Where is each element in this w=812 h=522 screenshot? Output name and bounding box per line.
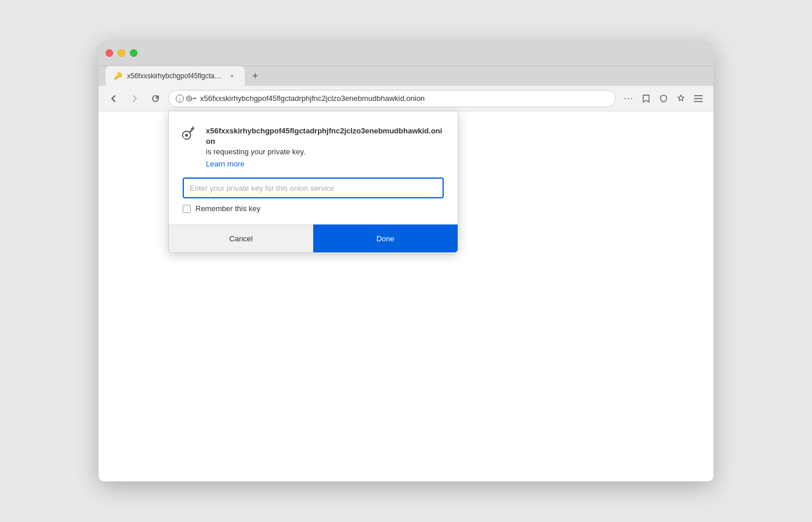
close-button[interactable]	[106, 49, 113, 57]
reload-button[interactable]	[147, 90, 164, 107]
hamburger-icon	[694, 95, 703, 103]
popup-overlay: x56fxxskirhybchgpof45flgctadrphjfnc2jclz…	[99, 111, 713, 481]
popup-subtitle: is requesting your private key.	[206, 147, 444, 156]
popup-key-icon	[180, 124, 201, 145]
private-key-popup: x56fxxskirhybchgpof45flgctadrphjfnc2jclz…	[168, 111, 458, 253]
cancel-button[interactable]: Cancel	[169, 224, 313, 252]
nav-actions: ···	[621, 90, 706, 107]
forward-icon	[130, 94, 139, 103]
popup-title-block: x56fxxskirhybchgpof45flgctadrphjfnc2jclz…	[206, 125, 444, 168]
onion-key-icon	[186, 95, 197, 102]
remember-key-row: Remember this key	[183, 204, 444, 213]
bookmark-button[interactable]	[638, 90, 654, 107]
remember-key-label[interactable]: Remember this key	[195, 204, 260, 213]
traffic-lights	[106, 49, 137, 57]
address-bar-icons: i	[176, 95, 197, 103]
info-icon: i	[176, 95, 184, 103]
popup-header: x56fxxskirhybchgpof45flgctadrphjfnc2jclz…	[183, 125, 444, 168]
maximize-button[interactable]	[130, 49, 137, 57]
back-icon	[109, 94, 118, 103]
back-button[interactable]	[106, 90, 122, 107]
svg-text:i: i	[179, 96, 181, 102]
more-button[interactable]: ···	[621, 90, 637, 107]
shield-icon	[659, 94, 668, 103]
popup-body: x56fxxskirhybchgpof45flgctadrphjfnc2jclz…	[169, 111, 458, 213]
tab-close-button[interactable]: ×	[227, 71, 237, 81]
browser-tab[interactable]: 🔑 x56fxxskirhybchgpof45flgctadrphj… ×	[106, 66, 245, 86]
private-key-input[interactable]	[183, 177, 444, 198]
svg-point-2	[187, 96, 192, 101]
bookmark-icon	[641, 94, 651, 103]
done-button[interactable]: Done	[313, 224, 458, 252]
extensions-button[interactable]	[673, 90, 689, 107]
key-tab-icon: 🔑	[114, 72, 122, 80]
page-content: x56fxxskirhybchgpof45flgctadrphjfnc2jclz…	[99, 111, 713, 481]
tab-title: x56fxxskirhybchgpof45flgctadrphj…	[127, 72, 223, 80]
title-bar	[99, 41, 713, 66]
popup-site-name: x56fxxskirhybchgpof45flgctadrphjfnc2jclz…	[206, 126, 442, 146]
svg-point-11	[184, 133, 188, 137]
popup-footer: Cancel Done	[169, 224, 458, 252]
remember-key-checkbox[interactable]	[183, 205, 191, 213]
learn-more-link[interactable]: Learn more	[206, 160, 444, 168]
browser-window: 🔑 x56fxxskirhybchgpof45flgctadrphj… × +	[99, 41, 713, 481]
svg-point-3	[188, 97, 190, 100]
address-bar[interactable]: i x56fxxskirhybchgpof45flgctadrphjfnc2jc…	[168, 90, 616, 107]
extensions-icon	[676, 94, 686, 103]
address-text: x56fxxskirhybchgpof45flgctadrphjfnc2jclz…	[200, 94, 608, 103]
new-tab-button[interactable]: +	[247, 68, 263, 84]
nav-bar: i x56fxxskirhybchgpof45flgctadrphjfnc2jc…	[99, 86, 713, 111]
tab-bar: 🔑 x56fxxskirhybchgpof45flgctadrphj… × +	[99, 66, 713, 86]
reload-icon	[151, 94, 160, 103]
shield-button[interactable]	[655, 90, 672, 107]
minimize-button[interactable]	[118, 49, 125, 57]
forward-button[interactable]	[126, 90, 143, 107]
key-svg-icon	[180, 124, 199, 143]
menu-button[interactable]	[690, 90, 706, 107]
